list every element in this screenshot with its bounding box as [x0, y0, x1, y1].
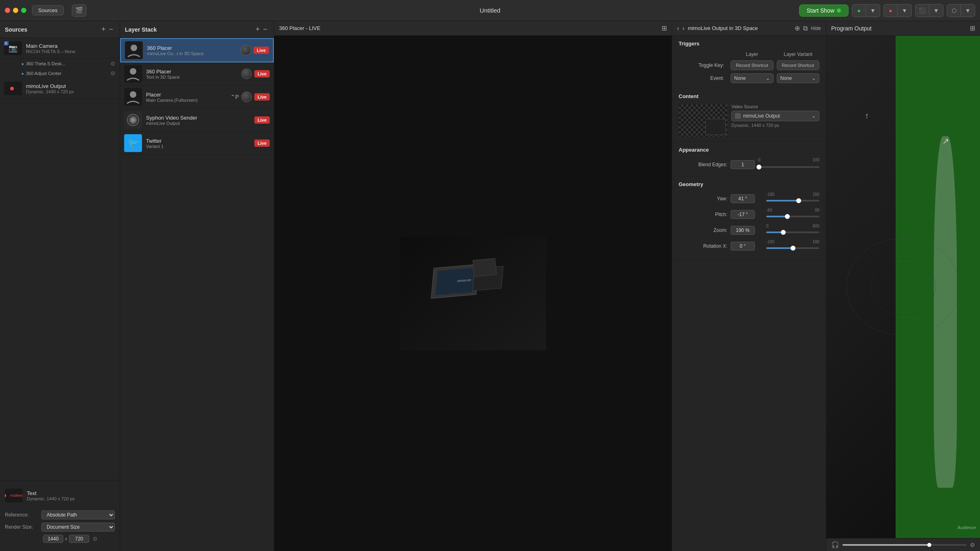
video-thumbnail [679, 104, 727, 137]
preview-expand-icon[interactable]: ⊞ [662, 24, 667, 32]
zoom-thumb[interactable] [781, 230, 786, 235]
volume-knob-360placer-1[interactable] [241, 45, 251, 56]
live-badge-twitter: Live [254, 139, 270, 147]
video-source-select[interactable]: mimoLive Output ⌄ [731, 111, 819, 121]
size-separator: x [65, 536, 67, 542]
output-dropdown-icon[interactable]: ▼ [866, 4, 880, 17]
sources-remove-button[interactable]: − [107, 25, 115, 34]
record-shortcut-variant-button[interactable]: Record Shortcut [777, 60, 820, 70]
snapshot-controls: ⬛ ▼ [915, 4, 943, 17]
gear-icon-theta[interactable]: ⚙ [110, 60, 116, 67]
gear-icon-adjust[interactable]: ⚙ [110, 70, 116, 77]
extra-controls: ⬡ ▼ [947, 4, 975, 17]
blend-slider-thumb[interactable] [756, 165, 761, 169]
source-sub-theta-label: 360 Theta S Desk... [26, 61, 65, 66]
layer-add-button[interactable]: + [254, 25, 262, 34]
record-shortcut-layer-button[interactable]: Record Shortcut [731, 60, 774, 70]
rec-dot: Audience [5, 493, 23, 497]
nav-forward-button[interactable]: › [682, 25, 684, 32]
details-add-icon[interactable]: ⊕ [795, 24, 800, 32]
pitch-min: -89 [766, 208, 772, 212]
snapshot-dropdown-icon[interactable]: ▼ [929, 4, 943, 17]
snapshot-icon[interactable]: ⬛ [916, 4, 929, 17]
video-thumb-inner [705, 119, 726, 135]
blend-min: 0 [758, 158, 761, 162]
start-show-button[interactable]: Start Show [799, 4, 849, 17]
layer-item-360placer-1[interactable]: 360 Placer mimoLive Ou...t in 3D Space L… [120, 38, 274, 62]
layer-remove-button[interactable]: − [261, 25, 269, 34]
source-info-mimolive: mimoLive Output Dynamic. 1440 x 720 px [26, 83, 116, 94]
hide-button[interactable]: Hide [811, 26, 821, 31]
source-desc-text: Dynamic. 1440 x 720 px [27, 496, 111, 501]
extra-icon[interactable]: ⬡ [947, 4, 961, 17]
event-layer-select[interactable]: None ⌄ [731, 73, 774, 83]
minimize-button[interactable] [13, 8, 18, 13]
volume-knob-360placer-2[interactable] [241, 69, 252, 79]
chevron-down-icon-2: ⌄ [812, 75, 816, 81]
pitch-minmax: -89 89 [766, 208, 819, 212]
rotation-slider[interactable] [766, 244, 819, 252]
pitch-slider[interactable] [766, 212, 819, 221]
source-item-main-camera[interactable]: 📷 1 Main Camera RICOH THETA S – None [0, 38, 120, 59]
record-icon[interactable]: ● [884, 4, 898, 17]
source-item-mimolive[interactable]: mimoLive Output Dynamic. 1440 x 720 px [0, 78, 120, 99]
yaw-thumb[interactable] [796, 198, 801, 203]
source-sub-adjust[interactable]: ▸ 360 Adjust Center ⚙ [0, 69, 120, 78]
layer-item-placer[interactable]: Placer Main Camera (Fullscreen) ⌃P Live [120, 86, 274, 109]
yaw-input[interactable] [731, 194, 755, 203]
zoom-minmax: 0 600 [766, 224, 819, 228]
height-input[interactable] [69, 535, 89, 543]
event-variant-select[interactable]: None ⌄ [777, 73, 820, 83]
layer-item-syphon[interactable]: Syphon Video Sender mimoLive Output Live [120, 109, 274, 132]
zoom-slider[interactable] [766, 228, 819, 236]
size-gear-icon[interactable]: ⚙ [92, 536, 98, 542]
blend-edges-input[interactable] [731, 160, 755, 169]
layer-controls-twitter: Live [254, 139, 270, 147]
zoom-track [766, 232, 819, 233]
record-dropdown-icon[interactable]: ▼ [898, 4, 911, 17]
blend-minmax: 0 100 [758, 158, 819, 162]
layer-item-twitter[interactable]: 🐦 Twitter Variant 1 Live [120, 132, 274, 155]
sources-button[interactable]: Sources [32, 5, 64, 15]
zoom-input[interactable] [731, 226, 755, 235]
program-output-header: Program Output ⊞ [826, 21, 980, 36]
extra-dropdown-icon[interactable]: ▼ [961, 4, 975, 17]
program-image: ↑ ↗ Audience [826, 36, 980, 538]
program-expand-icon[interactable]: ⊞ [970, 24, 975, 32]
source-sub-360theta[interactable]: ▸ 360 Theta S Desk... ⚙ [0, 59, 120, 69]
details-copy-icon[interactable]: ⧉ [803, 25, 808, 32]
layer-name-360placer-1: 360 Placer [147, 45, 241, 51]
close-button[interactable] [5, 8, 10, 13]
layer-desc-placer: Main Camera (Fullscreen) [146, 98, 230, 103]
nav-back-button[interactable]: ‹ [677, 25, 679, 32]
layer-stack-header: Layer Stack + − [120, 21, 274, 38]
pitch-input[interactable] [731, 210, 755, 219]
video-source-icon [735, 113, 741, 119]
blend-slider[interactable] [758, 163, 819, 171]
layer-desc-twitter: Variant 1 [146, 144, 254, 149]
layer-item-360placer-2[interactable]: 360 Placer Text in 3D Space Live [120, 62, 274, 86]
output-active-icon[interactable]: ● [852, 4, 866, 17]
program-canvas: ↑ ↗ Audience [826, 36, 980, 538]
maximize-button[interactable] [21, 8, 26, 13]
rotation-thumb[interactable] [791, 246, 795, 251]
volume-knob-placer[interactable] [241, 92, 252, 102]
text-source-item[interactable]: Audience Text Dynamic. 1440 x 720 px [5, 485, 115, 506]
filmstrip-icon[interactable]: 🎬 [72, 4, 86, 17]
pitch-max: 89 [815, 208, 819, 212]
yaw-fill [766, 200, 799, 202]
reference-select[interactable]: Absolute Path [41, 510, 115, 519]
volume-slider[interactable] [842, 544, 967, 546]
blend-max: 100 [812, 158, 819, 162]
sources-add-button[interactable]: + [100, 25, 107, 34]
width-input[interactable] [43, 535, 63, 543]
svg-point-0 [131, 45, 137, 51]
content-title: Content [679, 93, 819, 99]
yaw-slider[interactable] [766, 197, 819, 205]
render-size-select[interactable]: Document Size [41, 523, 115, 532]
pitch-thumb[interactable] [785, 214, 790, 219]
rotation-input[interactable] [731, 242, 755, 251]
arrow-decoration-2: ↗ [942, 136, 949, 146]
volume-gear-icon[interactable]: ⚙ [970, 542, 975, 548]
volume-thumb[interactable] [927, 543, 931, 547]
